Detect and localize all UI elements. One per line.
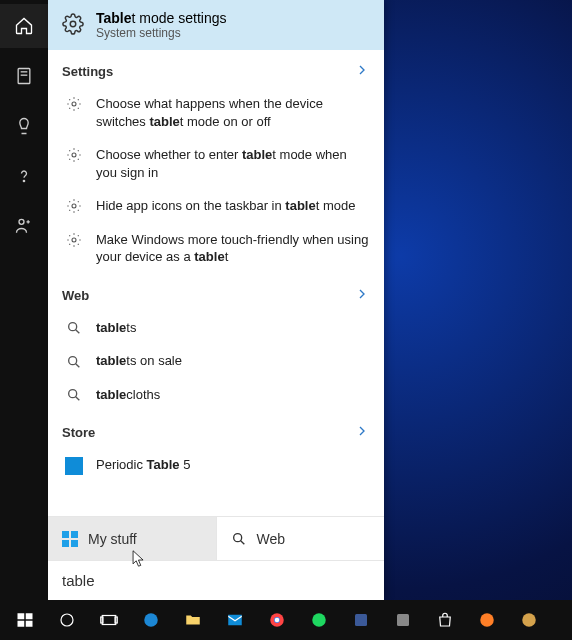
svg-point-30	[275, 618, 280, 623]
svg-point-16	[233, 533, 241, 541]
taskbar-spotify[interactable]	[298, 600, 340, 640]
filter-my-stuff[interactable]: My stuff	[48, 517, 216, 560]
svg-rect-19	[26, 613, 33, 619]
search-result[interactable]: Hide app icons on the taskbar in tablet …	[48, 189, 384, 223]
svg-point-4	[19, 219, 24, 224]
taskview-button[interactable]	[88, 600, 130, 640]
svg-point-26	[144, 613, 158, 627]
svg-rect-33	[397, 614, 409, 626]
taskbar-firefox[interactable]	[466, 600, 508, 640]
svg-point-35	[522, 613, 536, 627]
rail-notebook[interactable]	[0, 54, 48, 98]
svg-line-17	[240, 540, 244, 544]
section-store-header[interactable]: Store	[48, 411, 384, 448]
chevron-right-icon	[354, 423, 370, 442]
search-result[interactable]: Choose what happens when the device swit…	[48, 87, 384, 138]
svg-point-12	[69, 356, 77, 364]
svg-rect-21	[26, 621, 33, 627]
rail-feedback[interactable]	[0, 204, 48, 248]
search-result[interactable]: tablets on sale	[48, 344, 384, 378]
svg-rect-0	[18, 69, 30, 84]
svg-point-34	[480, 613, 494, 627]
search-result[interactable]: Periodic Table 5	[48, 448, 384, 483]
gear-icon	[64, 147, 84, 163]
svg-line-13	[76, 363, 80, 367]
windows-tiles-icon	[62, 531, 78, 547]
result-text: tablets on sale	[96, 352, 370, 370]
result-text: Hide app icons on the taskbar in tablet …	[96, 197, 370, 215]
svg-point-10	[69, 323, 77, 331]
svg-point-7	[72, 153, 76, 157]
taskbar-edge[interactable]	[130, 600, 172, 640]
taskbar-app-3[interactable]	[508, 600, 550, 640]
taskbar-app-1[interactable]	[340, 600, 382, 640]
rail-help[interactable]	[0, 154, 48, 198]
section-settings-header[interactable]: Settings	[48, 50, 384, 87]
taskbar-file-explorer[interactable]	[172, 600, 214, 640]
search-result[interactable]: tablets	[48, 311, 384, 345]
search-result[interactable]: tablecloths	[48, 378, 384, 412]
result-text: Choose what happens when the device swit…	[96, 95, 370, 130]
svg-point-31	[312, 613, 326, 627]
svg-line-15	[76, 397, 80, 401]
result-text: tablecloths	[96, 386, 370, 404]
filter-web[interactable]: Web	[216, 517, 385, 560]
search-icon	[64, 387, 84, 403]
svg-point-14	[69, 390, 77, 398]
svg-line-11	[76, 330, 80, 334]
search-icon	[231, 531, 247, 547]
svg-point-6	[72, 102, 76, 106]
svg-rect-32	[355, 614, 367, 626]
filter-row: My stuff Web	[48, 516, 384, 560]
svg-point-8	[72, 204, 76, 208]
rail-home[interactable]	[0, 4, 48, 48]
result-text: tablets	[96, 319, 370, 337]
rail-reminders[interactable]	[0, 104, 48, 148]
svg-point-5	[70, 21, 76, 27]
cortana-button[interactable]	[46, 600, 88, 640]
gear-icon	[64, 96, 84, 112]
result-text: Make Windows more touch-friendly when us…	[96, 231, 370, 266]
section-web-header[interactable]: Web	[48, 274, 384, 311]
search-result[interactable]: Choose whether to enter tablet mode when…	[48, 138, 384, 189]
svg-point-9	[72, 238, 76, 242]
gear-icon	[62, 13, 84, 38]
result-text: Choose whether to enter tablet mode when…	[96, 146, 370, 181]
app-tile-icon	[64, 457, 84, 475]
start-button[interactable]	[4, 600, 46, 640]
taskbar-chrome[interactable]	[256, 600, 298, 640]
best-match-result[interactable]: Tablet mode settings System settings	[48, 0, 384, 50]
taskbar-mail[interactable]	[214, 600, 256, 640]
results-scroll[interactable]: Settings Choose what happens when the de…	[48, 50, 384, 516]
svg-point-22	[61, 614, 73, 626]
search-input[interactable]: table	[48, 560, 384, 600]
search-icon	[64, 320, 84, 336]
best-match-text: Tablet mode settings System settings	[96, 10, 226, 40]
svg-rect-23	[102, 616, 116, 625]
search-icon	[64, 354, 84, 370]
svg-rect-20	[18, 621, 25, 627]
svg-rect-18	[18, 613, 25, 619]
taskbar-app-2[interactable]	[382, 600, 424, 640]
gear-icon	[64, 198, 84, 214]
gear-icon	[64, 232, 84, 248]
cortana-left-rail	[0, 0, 48, 600]
search-result[interactable]: Make Windows more touch-friendly when us…	[48, 223, 384, 274]
cortana-search-panel: Tablet mode settings System settings Set…	[48, 0, 384, 600]
chevron-right-icon	[354, 286, 370, 305]
chevron-right-icon	[354, 62, 370, 81]
result-text: Periodic Table 5	[96, 456, 370, 474]
taskbar	[0, 600, 572, 640]
svg-point-3	[23, 180, 24, 181]
desktop: Tablet mode settings System settings Set…	[0, 0, 572, 640]
taskbar-store[interactable]	[424, 600, 466, 640]
